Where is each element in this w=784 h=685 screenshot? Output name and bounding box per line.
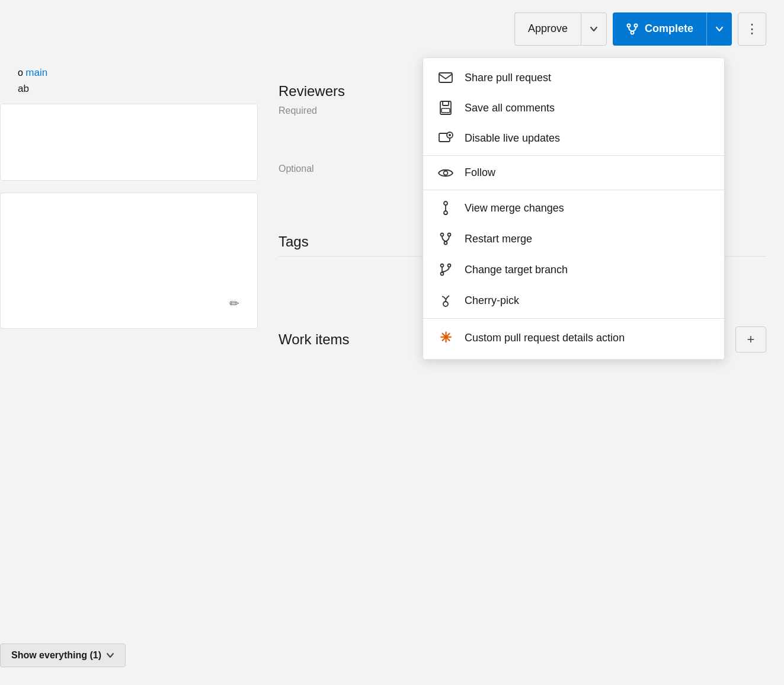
breadcrumb-prefix: o [18,68,25,78]
svg-point-1 [634,24,637,27]
branch-icon [437,263,454,277]
add-icon: + [747,332,755,347]
eye-icon [437,168,454,178]
complete-label: Complete [645,23,693,35]
svg-rect-6 [441,108,450,113]
add-work-item-button[interactable]: + [735,327,766,353]
svg-point-21 [443,302,448,306]
svg-point-10 [444,171,448,175]
approve-dropdown-button[interactable] [581,12,607,46]
approve-button[interactable]: Approve [514,12,581,46]
complete-dropdown-button[interactable] [706,12,732,46]
divider-2 [423,190,724,190]
approve-button-group: Approve [514,12,607,46]
menu-item-disable-live-updates[interactable]: Disable live updates [423,123,724,153]
svg-rect-3 [439,73,452,82]
menu-label-disable-live-updates: Disable live updates [465,132,560,145]
divider-1 [423,155,724,156]
show-everything-label: Show everything (1) [11,650,101,661]
asterisk-icon: ✳ [437,329,454,346]
menu-item-change-target-branch[interactable]: Change target branch [423,254,724,285]
menu-item-follow[interactable]: Follow [423,158,724,187]
complete-icon [626,23,639,36]
restart-merge-icon [437,232,454,246]
svg-point-19 [441,273,444,276]
menu-label-view-merge-changes: View merge changes [465,202,564,215]
menu-label-custom-action: Custom pull request details action [465,332,625,344]
svg-rect-5 [443,101,449,105]
complete-button-group: Complete [613,12,732,46]
complete-button[interactable]: Complete [613,12,706,46]
breadcrumb-link[interactable]: main [25,67,47,78]
left-panel: ab ✏ Show everything (1) [0,83,258,685]
menu-label-change-target-branch: Change target branch [465,264,568,276]
menu-item-share-pull-request[interactable]: Share pull request [423,63,724,92]
approve-chevron-icon [590,25,598,33]
menu-label-restart-merge: Restart merge [465,233,532,245]
svg-point-16 [444,242,447,245]
merge-view-icon [437,201,454,215]
svg-point-2 [631,31,633,34]
menu-item-custom-action[interactable]: ✳ Custom pull request details action [423,321,724,354]
svg-point-17 [441,264,444,267]
cherry-pick-icon [437,293,454,308]
more-options-icon: ⋮ [745,23,759,36]
live-updates-icon [437,132,454,145]
tab-label: ab [18,83,29,95]
work-items-label: Work items [279,331,350,348]
svg-point-15 [448,233,451,236]
complete-chevron-icon [715,25,724,33]
show-everything-chevron-icon [106,651,114,660]
menu-item-restart-merge[interactable]: Restart merge [423,223,724,254]
show-everything-button[interactable]: Show everything (1) [0,644,126,667]
svg-point-11 [444,201,447,205]
menu-label-share-pull-request: Share pull request [465,72,551,84]
svg-point-14 [441,233,444,236]
menu-item-view-merge-changes[interactable]: View merge changes [423,193,724,223]
email-icon [437,71,454,84]
card-mid: ✏ [0,193,258,329]
svg-point-0 [627,24,630,27]
menu-label-follow: Follow [465,167,495,179]
divider-3 [423,318,724,319]
more-options-button[interactable]: ⋮ [738,12,766,46]
menu-item-save-all-comments[interactable]: Save all comments [423,92,724,123]
svg-point-9 [449,134,451,136]
toolbar: Approve Complete ⋮ [0,0,784,57]
save-icon [437,101,454,115]
menu-label-cherry-pick: Cherry-pick [465,295,519,307]
menu-item-cherry-pick[interactable]: Cherry-pick [423,285,724,316]
menu-label-save-all-comments: Save all comments [465,102,555,114]
svg-point-18 [448,264,451,267]
svg-point-12 [444,211,447,215]
edit-icon[interactable]: ✏ [229,296,239,311]
dropdown-menu: Share pull request Save all comments Dis… [423,57,725,360]
card-top [0,104,258,181]
